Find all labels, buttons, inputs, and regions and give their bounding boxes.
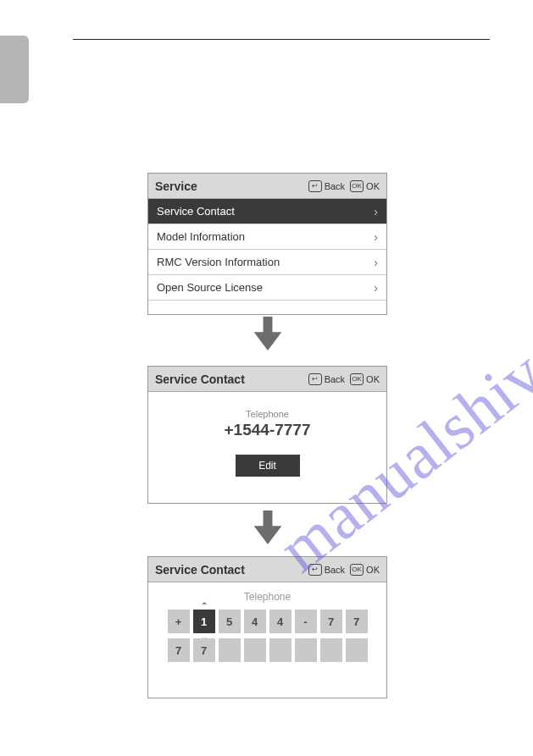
back-label: Back bbox=[325, 181, 345, 191]
key-blank[interactable] bbox=[320, 638, 342, 662]
key-label: 1 bbox=[201, 615, 207, 628]
key-blank[interactable] bbox=[269, 638, 291, 662]
ok-icon: OK bbox=[350, 373, 364, 385]
key-blank[interactable] bbox=[244, 638, 266, 662]
arrow-down-icon bbox=[252, 317, 284, 350]
ok-button[interactable]: OK OK bbox=[350, 564, 380, 576]
panel-title: Service Contact bbox=[155, 563, 303, 577]
service-contact-edit-panel: Service Contact ↩ Back OK OK Telephone +… bbox=[147, 556, 387, 698]
key-7[interactable]: 7 bbox=[193, 638, 215, 662]
ok-icon: OK bbox=[350, 180, 364, 192]
chevron-right-icon: › bbox=[374, 281, 378, 295]
keypad-row-1: + ⌃ 1 ⌄ 5 4 4 - 7 7 bbox=[148, 610, 386, 633]
panel-title: Service bbox=[155, 179, 303, 193]
menu-item-rmc-version[interactable]: RMC Version Information › bbox=[148, 250, 386, 275]
key-plus[interactable]: + bbox=[168, 610, 190, 633]
back-button[interactable]: ↩ Back bbox=[308, 180, 345, 192]
menu-item-model-information[interactable]: Model Information › bbox=[148, 224, 386, 250]
caret-up-icon: ⌃ bbox=[201, 601, 208, 610]
menu-item-label: Open Source License bbox=[157, 281, 374, 294]
panel-footer-gap bbox=[148, 301, 386, 314]
back-label: Back bbox=[325, 565, 345, 575]
arrow-down-icon bbox=[252, 510, 284, 544]
menu-item-label: RMC Version Information bbox=[157, 256, 374, 268]
service-menu-panel: Service ↩ Back OK OK Service Contact › M… bbox=[147, 173, 387, 315]
chevron-right-icon: › bbox=[374, 205, 378, 218]
ok-label: OK bbox=[366, 565, 380, 575]
key-7[interactable]: 7 bbox=[346, 610, 368, 633]
back-button[interactable]: ↩ Back bbox=[308, 373, 345, 385]
ok-button[interactable]: OK OK bbox=[350, 373, 380, 385]
panel-header: Service Contact ↩ Back OK OK bbox=[148, 557, 386, 582]
keypad-row-2: 7 7 bbox=[148, 638, 386, 662]
panel-header: Service Contact ↩ Back OK OK bbox=[148, 367, 386, 392]
panel-header: Service ↩ Back OK OK bbox=[148, 174, 386, 199]
key-blank[interactable] bbox=[295, 638, 317, 662]
menu-item-open-source-license[interactable]: Open Source License › bbox=[148, 275, 386, 301]
back-button[interactable]: ↩ Back bbox=[308, 564, 345, 576]
chevron-right-icon: › bbox=[374, 256, 378, 269]
key-1[interactable]: ⌃ 1 ⌄ bbox=[193, 610, 215, 633]
telephone-number: +1544-7777 bbox=[148, 421, 386, 439]
telephone-label: Telephone bbox=[148, 392, 386, 419]
menu-item-label: Model Information bbox=[157, 230, 374, 243]
back-icon: ↩ bbox=[308, 373, 322, 385]
menu-item-service-contact[interactable]: Service Contact › bbox=[148, 199, 386, 224]
menu-item-label: Service Contact bbox=[157, 205, 374, 218]
key-dash[interactable]: - bbox=[295, 610, 317, 633]
back-icon: ↩ bbox=[308, 180, 322, 192]
side-tab bbox=[0, 36, 29, 103]
key-7[interactable]: 7 bbox=[168, 638, 190, 662]
telephone-label: Telephone bbox=[148, 591, 386, 603]
key-4[interactable]: 4 bbox=[269, 610, 291, 633]
key-5[interactable]: 5 bbox=[219, 610, 241, 633]
ok-label: OK bbox=[366, 374, 380, 384]
edit-button[interactable]: Edit bbox=[236, 455, 300, 477]
ok-button[interactable]: OK OK bbox=[350, 180, 380, 192]
horizontal-rule bbox=[73, 39, 490, 40]
panel-body: Telephone +1544-7777 Edit bbox=[148, 392, 386, 503]
ok-icon: OK bbox=[350, 564, 364, 576]
back-icon: ↩ bbox=[308, 564, 322, 576]
keypad-area: Telephone + ⌃ 1 ⌄ 5 4 4 - 7 7 7 7 bbox=[148, 582, 386, 698]
key-blank[interactable] bbox=[346, 638, 368, 662]
back-label: Back bbox=[325, 374, 345, 384]
panel-title: Service Contact bbox=[155, 372, 303, 386]
chevron-right-icon: › bbox=[374, 230, 378, 244]
key-4[interactable]: 4 bbox=[244, 610, 266, 633]
key-7[interactable]: 7 bbox=[320, 610, 342, 633]
key-blank[interactable] bbox=[219, 638, 241, 662]
ok-label: OK bbox=[366, 181, 380, 191]
service-contact-panel: Service Contact ↩ Back OK OK Telephone +… bbox=[147, 366, 387, 504]
